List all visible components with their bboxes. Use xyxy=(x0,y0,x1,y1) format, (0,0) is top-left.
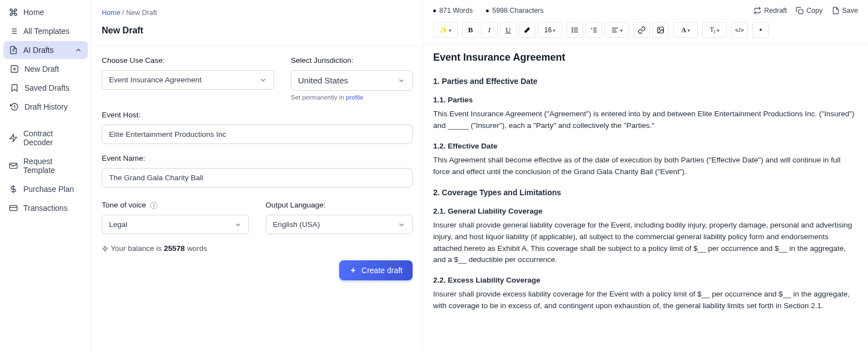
nav-all-templates[interactable]: All Templates xyxy=(3,22,88,40)
breadcrumb: Home / New Draft xyxy=(102,9,413,17)
copy-button[interactable]: Copy xyxy=(796,7,822,14)
tone-label: Tone of voice i xyxy=(102,201,249,209)
bullet-list-button[interactable] xyxy=(567,22,583,38)
history-icon xyxy=(10,102,19,111)
document-icon xyxy=(9,46,18,55)
font-color-icon: A xyxy=(681,26,686,34)
save-button[interactable]: Save xyxy=(832,7,859,14)
lang-select[interactable]: English (USA) xyxy=(266,215,413,234)
nav-request-template[interactable]: Request Template xyxy=(3,152,88,179)
underline-button[interactable]: U xyxy=(500,22,517,38)
highlight-icon xyxy=(757,26,765,34)
breadcrumb-sep: / xyxy=(120,9,126,17)
italic-button[interactable]: I xyxy=(481,22,498,38)
event-name-label: Event Name: xyxy=(102,154,413,162)
page-title: New Draft xyxy=(102,26,413,36)
jurisdiction-value: United States xyxy=(298,76,348,85)
event-name-input[interactable] xyxy=(102,168,413,187)
nav-purchase-plan-label: Purchase Plan xyxy=(23,185,74,194)
chevron-down-icon xyxy=(234,221,242,229)
chevron-down-icon xyxy=(259,76,267,84)
nav-draft-history-label: Draft History xyxy=(24,102,68,111)
nav-ai-drafts[interactable]: AI Drafts xyxy=(3,41,88,59)
magic-wand-button[interactable]: ✨▾ xyxy=(433,22,458,38)
nav-new-draft[interactable]: New Draft xyxy=(3,60,88,78)
font-color-button[interactable]: A▾ xyxy=(673,22,698,38)
editor-body[interactable]: Event Insurance Agreement 1. Parties and… xyxy=(423,44,868,351)
nav-draft-history[interactable]: Draft History xyxy=(3,98,88,116)
plus-icon xyxy=(349,266,357,274)
use-case-value: Event Insurance Agreement xyxy=(109,76,202,84)
code-button[interactable]: </> xyxy=(731,22,748,38)
event-host-label: Event Host: xyxy=(102,111,413,119)
nav-saved-drafts-label: Saved Drafts xyxy=(24,83,70,92)
section-2-2: 2.2. Excess Liability Coverage xyxy=(433,276,855,284)
credit-card-icon xyxy=(9,204,18,212)
envelope-icon xyxy=(9,161,18,170)
profile-link[interactable]: profile xyxy=(346,94,363,101)
eraser-icon xyxy=(523,26,531,34)
text-style-icon: TI xyxy=(710,26,715,34)
image-button[interactable] xyxy=(652,22,669,38)
svg-point-33 xyxy=(659,28,660,29)
link-icon xyxy=(638,26,646,34)
magic-wand-icon: ✨ xyxy=(439,26,448,34)
section-2-1: 2.1. General Liability Coverage xyxy=(433,207,855,215)
editor-pane: 871 Words 5998 Characters Redraft Copy S… xyxy=(423,0,868,351)
nav-transactions[interactable]: Transactions xyxy=(3,199,88,217)
svg-marker-11 xyxy=(10,134,17,141)
nav-request-template-label: Request Template xyxy=(23,157,82,175)
nav-contract-decoder[interactable]: Contract Decoder xyxy=(3,125,88,151)
section-1-1: 1.1. Parties xyxy=(433,96,855,104)
nav-home[interactable]: Home xyxy=(3,3,88,21)
svg-point-23 xyxy=(572,28,573,28)
tone-value: Legal xyxy=(109,220,127,229)
eraser-button[interactable] xyxy=(519,22,535,38)
image-icon xyxy=(657,26,664,34)
sidebar: Home All Templates AI Drafts New Draft S… xyxy=(0,0,92,351)
balance-text: Your balance is 25578 words xyxy=(102,244,413,253)
breadcrumb-home[interactable]: Home xyxy=(102,9,120,17)
svg-rect-14 xyxy=(9,205,17,210)
align-button[interactable]: ▾ xyxy=(604,22,629,38)
editor-toolbar: ✨▾ B I U 16▾ xyxy=(423,19,868,44)
form-pane: Home / New Draft New Draft Choose Use Ca… xyxy=(92,0,423,351)
lightning-icon xyxy=(102,245,108,252)
ordered-list-button[interactable] xyxy=(586,22,602,38)
info-icon[interactable]: i xyxy=(150,202,157,209)
svg-point-24 xyxy=(572,29,573,30)
font-size-select[interactable]: 16▾ xyxy=(538,22,562,38)
jurisdiction-select[interactable]: United States xyxy=(291,70,413,91)
text-style-button[interactable]: TI▾ xyxy=(702,22,727,38)
tone-select[interactable]: Legal xyxy=(102,215,249,234)
highlight-button[interactable] xyxy=(752,22,769,38)
event-host-input[interactable] xyxy=(102,125,413,144)
align-left-icon xyxy=(611,26,619,34)
nav-ai-drafts-label: AI Drafts xyxy=(23,46,53,55)
file-icon xyxy=(832,7,840,14)
nav-transactions-label: Transactions xyxy=(23,204,68,212)
nav-all-templates-label: All Templates xyxy=(23,27,70,36)
section-1-2: 1.2. Effective Date xyxy=(433,142,855,150)
nav-new-draft-label: New Draft xyxy=(24,65,59,73)
bold-button[interactable]: B xyxy=(462,22,479,38)
link-button[interactable] xyxy=(633,22,650,38)
redraft-button[interactable]: Redraft xyxy=(753,7,787,14)
use-case-label: Choose Use Case: xyxy=(102,56,274,65)
para-1-1: This Event Insurance Agreement ("Agreeme… xyxy=(433,108,855,132)
svg-marker-16 xyxy=(103,246,108,251)
create-draft-button[interactable]: Create draft xyxy=(339,260,413,280)
copy-icon xyxy=(796,7,803,14)
use-case-select[interactable]: Event Insurance Agreement xyxy=(102,70,274,90)
nav-purchase-plan[interactable]: Purchase Plan xyxy=(3,180,88,198)
doc-title: Event Insurance Agreement xyxy=(433,52,855,63)
section-1: 1. Parties and Effective Date xyxy=(433,77,855,86)
bullet-list-icon xyxy=(571,26,579,34)
plus-square-icon xyxy=(10,65,19,73)
nav-saved-drafts[interactable]: Saved Drafts xyxy=(3,79,88,97)
chevron-down-icon xyxy=(398,77,405,85)
bookmark-icon xyxy=(10,83,19,92)
jurisdiction-helper: Set permanently in profile xyxy=(291,94,413,101)
list-icon xyxy=(9,27,18,36)
refresh-icon xyxy=(753,7,761,14)
